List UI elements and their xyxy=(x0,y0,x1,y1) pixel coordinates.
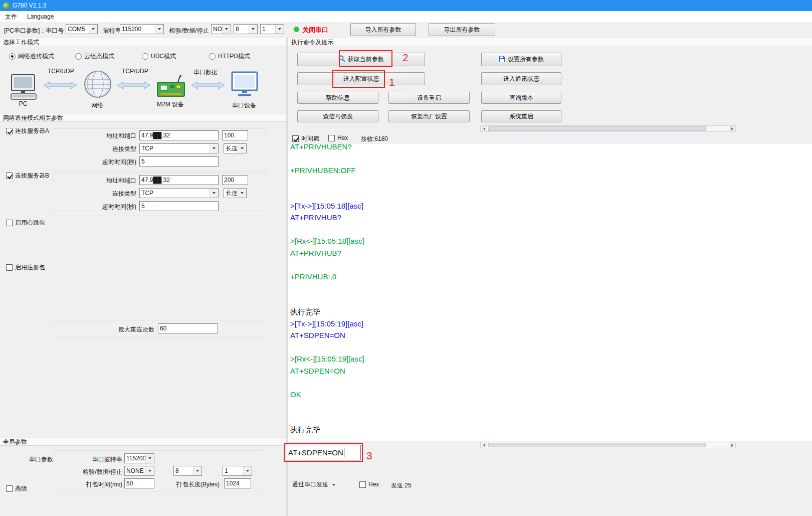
panel-divider xyxy=(286,38,288,516)
scroll-left-icon[interactable] xyxy=(481,442,487,448)
server-b-keep-select[interactable]: 长连 xyxy=(224,188,247,198)
recv-hex-checkbox[interactable]: Hex xyxy=(328,134,348,141)
network-label: 网络 xyxy=(84,101,111,110)
scroll-right-icon[interactable] xyxy=(729,126,735,131)
send-command-input[interactable]: AT+SDPEN=ON xyxy=(286,445,361,460)
import-params-button[interactable]: 导入所有参数 xyxy=(350,23,416,36)
log-line: +PRIVHUBEN:OFF xyxy=(290,164,812,177)
server-b-checkbox[interactable]: 连接服务器B xyxy=(6,171,49,180)
log-line xyxy=(290,188,812,200)
export-params-button[interactable]: 导出所有参数 xyxy=(429,23,495,36)
send-hex-checkbox[interactable]: Hex xyxy=(359,481,379,488)
m2m-device-icon xyxy=(156,75,185,101)
timeout-label-a: 超时时间(秒) xyxy=(80,158,136,166)
log-line xyxy=(290,153,812,165)
pack-len-input[interactable]: 1024 xyxy=(224,478,251,488)
network-globe-icon xyxy=(84,70,112,100)
annotation-number-1: 1 xyxy=(389,76,395,88)
factory-reset-button[interactable]: 恢复出厂设置 xyxy=(388,110,470,122)
pack-len-label: 打包长度(Bytes) xyxy=(176,480,220,489)
set-params-button[interactable]: 设置所有参数 xyxy=(481,53,561,66)
window-title: G780 V2.1.3 xyxy=(13,2,46,9)
menu-language[interactable]: Language xyxy=(22,11,59,22)
link2-label: TCP/UDP xyxy=(122,68,148,75)
server-b-type-select[interactable]: TCP xyxy=(139,188,219,198)
enter-config-button[interactable]: 进入配置状态 xyxy=(297,72,425,85)
pc-label: PC xyxy=(11,100,35,107)
chevron-down-icon xyxy=(89,25,97,34)
radio-httpd-mode[interactable]: HTTPD模式 xyxy=(209,52,250,61)
chevron-down-icon xyxy=(275,25,284,34)
query-signal-button[interactable]: 查信号强度 xyxy=(297,110,378,122)
query-version-button[interactable]: 查询版本 xyxy=(481,92,561,104)
chevron-down-icon xyxy=(238,144,246,153)
send-via-serial-button[interactable]: 通过串口发送 xyxy=(292,480,335,489)
radio-cloud-mode[interactable]: 云组态模式 xyxy=(75,52,114,61)
heartbeat-checkbox[interactable]: 启用心跳包 xyxy=(6,219,45,227)
baud-select[interactable]: 115200 xyxy=(120,24,164,34)
annotation-number-3: 3 xyxy=(366,450,372,462)
chevron-down-icon xyxy=(243,466,252,475)
serial-open-status-icon xyxy=(294,27,299,32)
com-port-select[interactable]: COM5 xyxy=(66,24,98,34)
scroll-right-icon[interactable] xyxy=(729,442,735,448)
type-label-a: 连接类型 xyxy=(80,145,136,153)
log-top-scrollbar[interactable] xyxy=(480,125,736,132)
pc-serial-label: [PC串口参数]：串口号 xyxy=(4,27,64,35)
server-b-timeout-input[interactable]: 5 xyxy=(139,201,219,211)
log-line xyxy=(290,294,812,306)
global-params-header: 全局参数 xyxy=(0,437,286,446)
app-window: G780 V2.1.3 文件 Language [PC串口参数]：串口号 COM… xyxy=(0,0,812,516)
global-parity-select[interactable]: NONE xyxy=(124,466,154,476)
server-a-port-input[interactable]: 100 xyxy=(222,130,248,140)
log-output[interactable]: AT+PRIVHUBEN? +PRIVHUBEN:OFF >[Tx->][15:… xyxy=(288,144,812,441)
register-checkbox[interactable]: 启用注册包 xyxy=(6,263,45,272)
menu-file[interactable]: 文件 xyxy=(0,11,22,22)
system-reboot-button[interactable]: 系统重启 xyxy=(481,110,561,122)
chevron-down-icon xyxy=(155,25,163,34)
pack-time-input[interactable]: 50 xyxy=(124,478,154,488)
addr-label-a: 地址和端口 xyxy=(80,132,136,140)
server-b-address-input[interactable]: 47.9██.32 xyxy=(139,175,219,185)
serial-group-label: 串口参数 xyxy=(29,455,53,464)
scrollbar-thumb[interactable] xyxy=(488,443,706,447)
baud-label: 波特率 xyxy=(103,27,121,35)
help-button[interactable]: 帮助信息 xyxy=(297,92,378,104)
text-cursor xyxy=(344,448,344,457)
log-line: 执行完毕 xyxy=(290,306,812,318)
advanced-checkbox[interactable]: 高级 xyxy=(6,484,27,493)
enter-comm-button[interactable]: 进入通讯状态 xyxy=(481,72,561,85)
server-a-timeout-input[interactable]: 5 xyxy=(139,156,219,166)
menubar: 文件 Language xyxy=(0,11,812,22)
stop-bits-select[interactable]: 1 xyxy=(260,24,284,34)
server-b-port-input[interactable]: 200 xyxy=(222,175,248,185)
server-a-keep-select[interactable]: 长连 xyxy=(224,143,247,153)
data-bits-select[interactable]: 8 xyxy=(234,24,258,34)
radio-udc-mode[interactable]: UDC模式 xyxy=(142,52,176,61)
addr-label-b: 地址和端口 xyxy=(80,177,136,185)
log-bottom-scrollbar[interactable] xyxy=(480,442,736,448)
log-line: AT+PRIVHUB? xyxy=(290,212,812,224)
log-line xyxy=(290,341,812,354)
global-stop-bits-select[interactable]: 1 xyxy=(223,466,252,476)
max-reconnect-input[interactable]: 60 xyxy=(158,323,218,333)
log-line: AT+PRIVHUBEN? xyxy=(290,144,812,153)
global-baud-select[interactable]: 115200 xyxy=(124,453,154,463)
parity-label: 检验/数据/停止 xyxy=(169,27,209,35)
parity-select[interactable]: NONE xyxy=(211,24,231,34)
chevron-down-icon xyxy=(249,25,257,34)
save-icon xyxy=(499,56,505,64)
close-serial-button[interactable]: 关闭串口 xyxy=(302,26,328,35)
global-data-bits-select[interactable]: 8 xyxy=(173,466,202,476)
device-reboot-button[interactable]: 设备重启 xyxy=(388,92,470,104)
scroll-left-icon[interactable] xyxy=(481,126,487,131)
server-a-checkbox[interactable]: 连接服务器A xyxy=(6,127,49,135)
link-arrow-icon xyxy=(43,81,77,91)
global-parity-label: 检验/数据/停止 xyxy=(64,468,122,476)
server-a-address-input[interactable]: 47.9██.32 xyxy=(139,130,219,140)
server-a-type-select[interactable]: TCP xyxy=(139,143,219,153)
timeout-label-b: 超时时间(秒) xyxy=(80,203,136,211)
timestamp-checkbox[interactable]: 时间戳 xyxy=(292,134,319,143)
scrollbar-thumb[interactable] xyxy=(488,126,706,131)
radio-net-transparent-mode[interactable]: 网络透传模式 xyxy=(9,52,54,61)
